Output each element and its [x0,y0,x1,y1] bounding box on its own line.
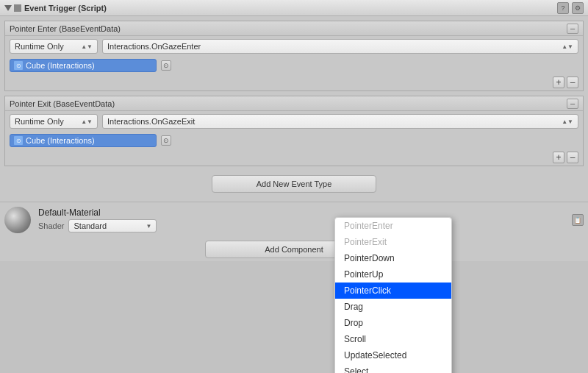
pointer-exit-object-row: ⊙ Cube (Interactions) ⊙ [5,132,583,149]
pointer-exit-object-name: Cube (Interactions) [26,136,95,145]
add-new-event-type-button[interactable]: Add New Event Type [212,175,377,193]
shader-select[interactable]: Standard ▼ [68,219,157,232]
dropdown-item-pointerdown[interactable]: PointerDown [335,250,451,266]
pointer-enter-add-remove-row: + – [5,74,583,90]
material-name: Default-Material [38,207,564,218]
pointer-enter-object-icon: ⊙ [14,61,23,70]
pointer-enter-object-field[interactable]: ⊙ Cube (Interactions) [10,59,157,72]
add-component-row: Add Component [0,238,588,261]
pointer-enter-collapse-button[interactable]: – [567,24,578,34]
dropdown-item-pointerclick[interactable]: PointerClick [335,283,451,299]
dropdown-item-scroll[interactable]: Scroll [335,331,451,347]
pointer-exit-remove-button[interactable]: – [567,152,578,163]
pointer-enter-remove-button[interactable]: – [567,77,578,88]
dropdown-item-pointerup[interactable]: PointerUp [335,266,451,283]
material-options-button[interactable]: 📋 [572,214,584,226]
pointer-enter-header: Pointer Enter (BaseEventData) – [5,21,583,36]
settings-button[interactable]: ⚙ [572,2,584,14]
shader-value: Standard [74,221,107,230]
help-button[interactable]: ? [557,2,569,14]
pointer-enter-runtime-select[interactable]: Runtime Only ▲▼ [10,39,98,54]
collapse-triangle-icon[interactable] [4,5,12,11]
bottom-section: Default-Material Shader Standard ▼ 📋 [0,202,588,238]
main-content: Pointer Enter (BaseEventData) – Runtime … [0,16,588,202]
add-event-btn-row: Add New Event Type [4,171,584,197]
pointer-enter-section: Pointer Enter (BaseEventData) – Runtime … [4,21,584,91]
pointer-enter-object-picker[interactable]: ⊙ [161,60,171,71]
pointer-enter-function-select[interactable]: Interactions.OnGazeEnter ▲▼ [102,39,578,54]
pointer-exit-object-field[interactable]: ⊙ Cube (Interactions) [10,134,157,147]
pointer-enter-function-arrow: ▲▼ [562,43,573,50]
pointer-enter-function-value: Interactions.OnGazeEnter [107,42,201,51]
title-bar: Event Trigger (Script) ? ⚙ [0,0,588,16]
dropdown-item-updateselected[interactable]: UpdateSelected [335,347,451,363]
pointer-exit-add-remove-row: + – [5,149,583,166]
pointer-exit-header: Pointer Exit (BaseEventData) – [5,96,583,111]
pointer-enter-row: Runtime Only ▲▼ Interactions.OnGazeEnter… [5,36,583,57]
dropdown-item-drag[interactable]: Drag [335,299,451,315]
shader-row: Shader Standard ▼ [38,219,564,232]
pointer-enter-object-name: Cube (Interactions) [26,61,95,70]
title-text: Event Trigger (Script) [24,4,557,13]
pointer-exit-title: Pointer Exit (BaseEventData) [10,99,115,108]
pointer-enter-title: Pointer Enter (BaseEventData) [10,24,121,33]
material-sphere-icon [4,207,31,233]
shader-arrow: ▼ [146,223,152,230]
pointer-exit-collapse-button[interactable]: – [567,99,578,109]
pointer-exit-runtime-select[interactable]: Runtime Only ▲▼ [10,114,98,129]
dropdown-item-select[interactable]: Select [335,363,451,373]
pointer-exit-runtime-arrow: ▲▼ [81,118,93,125]
dropdown-item-drop[interactable]: Drop [335,315,451,331]
pointer-exit-object-picker[interactable]: ⊙ [161,135,171,146]
material-info: Default-Material Shader Standard ▼ [38,207,564,232]
pointer-exit-section: Pointer Exit (BaseEventData) – Runtime O… [4,96,584,166]
pointer-exit-object-icon: ⊙ [14,136,23,145]
pointer-exit-row: Runtime Only ▲▼ Interactions.OnGazeExit … [5,111,583,132]
pointer-exit-runtime-value: Runtime Only [15,117,64,126]
pointer-exit-function-value: Interactions.OnGazeExit [107,117,195,126]
dropdown-item-pointerenter[interactable]: PointerEnter [335,218,451,234]
event-type-dropdown: PointerEnterPointerExitPointerDownPointe… [334,217,452,373]
pointer-enter-runtime-value: Runtime Only [15,42,64,51]
pointer-exit-function-select[interactable]: Interactions.OnGazeExit ▲▼ [102,114,578,129]
script-icon [14,4,21,12]
dropdown-item-pointerexit[interactable]: PointerExit [335,234,451,250]
pointer-exit-add-button[interactable]: + [553,152,564,163]
pointer-enter-object-row: ⊙ Cube (Interactions) ⊙ [5,57,583,74]
pointer-exit-function-arrow: ▲▼ [562,118,573,125]
pointer-enter-add-button[interactable]: + [553,77,564,88]
pointer-enter-runtime-arrow: ▲▼ [81,43,93,50]
shader-label: Shader [38,221,64,230]
